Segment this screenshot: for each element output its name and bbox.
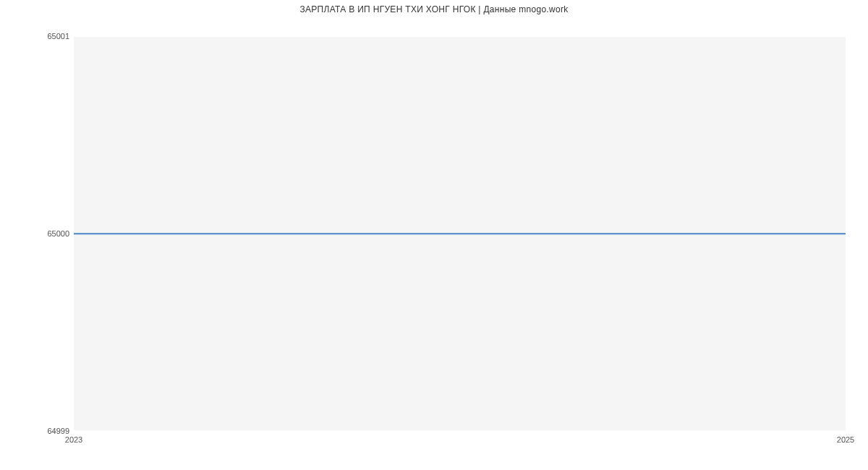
chart-container: ЗАРПЛАТА В ИП НГУЕН ТХИ ХОНГ НГОК | Данн… (0, 0, 868, 470)
x-tick-2025: 2025 (837, 435, 854, 444)
plot-area (74, 36, 846, 431)
y-tick-64999: 64999 (47, 427, 69, 435)
y-tick-65000: 65000 (47, 229, 69, 238)
data-series-line (74, 233, 846, 234)
y-tick-65001: 65001 (47, 32, 69, 40)
x-tick-2023: 2023 (65, 435, 82, 444)
chart-title: ЗАРПЛАТА В ИП НГУЕН ТХИ ХОНГ НГОК | Данн… (0, 0, 868, 14)
gridline-top (74, 36, 846, 37)
gridline-bottom (74, 430, 846, 431)
